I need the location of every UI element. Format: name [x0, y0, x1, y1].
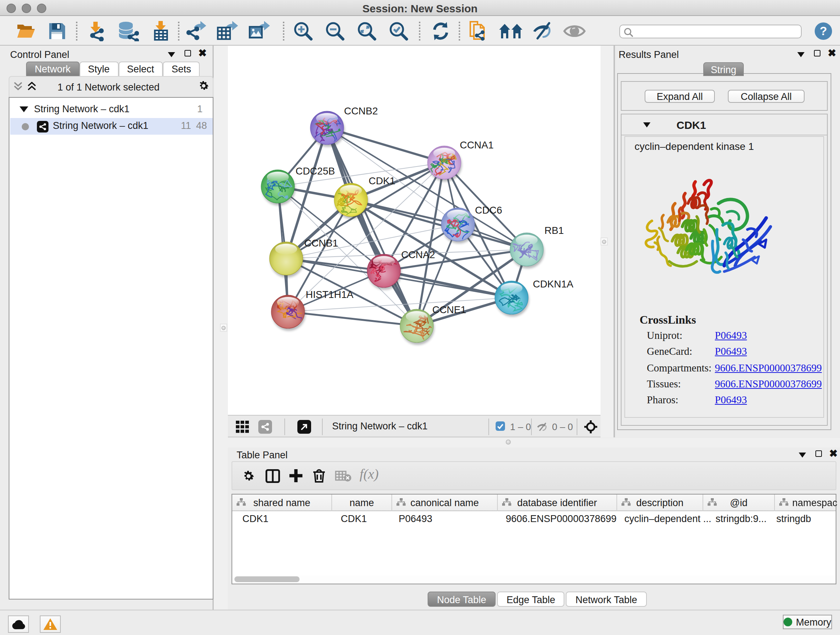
svg-text:CDC6: CDC6: [475, 204, 502, 216]
svg-text:CDK1: CDK1: [369, 175, 395, 187]
svg-text:?: ?: [820, 24, 827, 37]
svg-text:CDKN1A: CDKN1A: [533, 279, 574, 290]
svg-text:CCNA2: CCNA2: [401, 249, 435, 260]
svg-text:CCNA1: CCNA1: [460, 139, 494, 150]
svg-text:CCNB1: CCNB1: [304, 238, 338, 249]
svg-text:HIST1H1A: HIST1H1A: [306, 289, 354, 300]
svg-text:RB1: RB1: [545, 225, 564, 236]
svg-text:CDC25B: CDC25B: [295, 165, 335, 177]
svg-text:CCNE1: CCNE1: [432, 304, 466, 315]
svg-text:CCNB2: CCNB2: [344, 105, 378, 117]
